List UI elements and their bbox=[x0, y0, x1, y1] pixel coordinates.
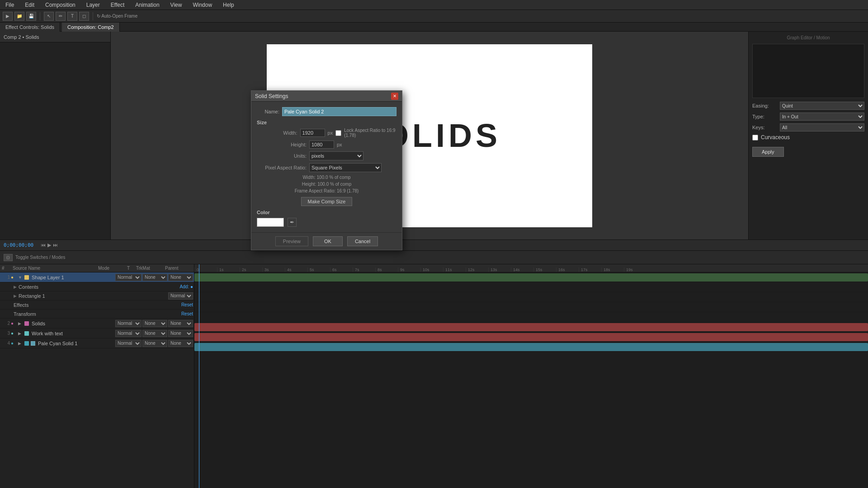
table-row[interactable]: 3 ● ▶ Work with text Normal None None bbox=[0, 328, 194, 338]
toolbar-btn-shape[interactable]: ◻ bbox=[79, 12, 89, 21]
menu-layer[interactable]: Layer bbox=[85, 1, 102, 9]
menu-edit[interactable]: Edit bbox=[23, 1, 36, 9]
timecode-display: 0;00;00;00 bbox=[4, 242, 33, 248]
table-row[interactable]: 4 ● ▶ Pale Cyan Solid 1 Normal None None bbox=[0, 338, 194, 348]
sublayer-rect-mode[interactable]: Normal bbox=[168, 292, 193, 300]
toolbar-btn-open[interactable]: 📁 bbox=[14, 12, 24, 21]
menu-help[interactable]: Help bbox=[221, 1, 236, 9]
reset-btn[interactable]: Reset bbox=[181, 302, 193, 307]
track-4[interactable] bbox=[194, 342, 868, 352]
menu-window[interactable]: Window bbox=[191, 1, 214, 9]
pixel-ar-select[interactable]: Square Pixels bbox=[309, 163, 382, 172]
ok-button[interactable]: OK bbox=[313, 236, 343, 246]
name-input[interactable] bbox=[282, 107, 396, 116]
easing-select[interactable]: Quint bbox=[780, 102, 864, 110]
toolbar-btn-pen[interactable]: ✏ bbox=[56, 12, 66, 21]
layer-trkmat-1[interactable]: None bbox=[142, 274, 167, 281]
height-unit: px bbox=[337, 142, 342, 147]
toolbar-btn-select[interactable]: ↖ bbox=[44, 12, 54, 21]
height-input[interactable] bbox=[309, 141, 334, 149]
layer-parent-3[interactable]: None bbox=[168, 330, 193, 337]
toolbar-btn-new[interactable]: ▶ bbox=[3, 12, 13, 21]
transport-prev[interactable]: ⏮ bbox=[41, 242, 46, 248]
layer-num-3: 3 bbox=[1, 331, 10, 336]
width-input[interactable] bbox=[300, 129, 325, 137]
table-row[interactable]: 2 ● ▶ Solids Normal None None bbox=[0, 319, 194, 328]
menu-bar: File Edit Composition Layer Effect Anima… bbox=[0, 0, 868, 10]
layer-trkmat-2[interactable]: None bbox=[142, 320, 167, 327]
layer-vis-2[interactable]: ● bbox=[11, 321, 17, 326]
name-row: Name: bbox=[257, 107, 396, 116]
time-18s: 18s bbox=[601, 267, 624, 272]
sublayer-rectangle: Rectangle 1 bbox=[19, 293, 45, 299]
list-item: Transform Reset bbox=[0, 310, 194, 319]
expand-icon-4[interactable]: ▶ bbox=[18, 341, 24, 346]
keys-select[interactable]: All bbox=[780, 123, 864, 131]
layer-mode-3[interactable]: Normal bbox=[115, 330, 142, 337]
track-transform bbox=[194, 312, 868, 322]
track-3[interactable] bbox=[194, 332, 868, 342]
color-swatch[interactable] bbox=[257, 218, 284, 227]
layer-mode-4[interactable]: Normal bbox=[115, 340, 142, 347]
time-14s: 14s bbox=[511, 267, 533, 272]
time-17s: 17s bbox=[579, 267, 601, 272]
expand-icon-1[interactable]: ▼ bbox=[18, 275, 24, 280]
playhead bbox=[199, 264, 199, 488]
layer-mode-1[interactable]: Normal bbox=[115, 274, 142, 281]
expand-icon-3[interactable]: ▶ bbox=[18, 331, 24, 336]
timeline-controls: ⟨⟩ Toggle Switches / Modes bbox=[0, 251, 868, 264]
layer-trkmat-3[interactable]: None bbox=[142, 330, 167, 337]
toolbar-btn-save[interactable]: 💾 bbox=[26, 12, 36, 21]
type-select[interactable]: In + Out bbox=[780, 113, 864, 121]
add-btn[interactable]: Add: ● bbox=[180, 284, 193, 289]
preview-button[interactable]: Preview bbox=[275, 236, 308, 246]
menu-effect[interactable]: Effect bbox=[109, 1, 126, 9]
toggle-switches-btn[interactable]: ⟨⟩ bbox=[4, 254, 13, 261]
layer-vis-4[interactable]: ● bbox=[11, 341, 17, 346]
expand-icon-2[interactable]: ▶ bbox=[18, 321, 24, 326]
layer-vis-1[interactable]: ● bbox=[11, 275, 17, 280]
time-ruler: 0 1s 2s 3s 4s 5s 6s 7s 8s 9s 10s 11s 12s… bbox=[194, 264, 868, 272]
reset-transform-btn[interactable]: Reset bbox=[181, 311, 193, 316]
time-8s: 8s bbox=[375, 267, 398, 272]
track-2[interactable] bbox=[194, 322, 868, 332]
transport-play[interactable]: ▶ bbox=[47, 242, 51, 248]
tab-composition[interactable]: Composition: Comp2 bbox=[62, 23, 120, 32]
units-select[interactable]: pixels bbox=[309, 151, 363, 160]
track-rectangle bbox=[194, 292, 868, 302]
eyedropper-button[interactable]: ✒ bbox=[288, 218, 297, 227]
menu-composition[interactable]: Composition bbox=[43, 1, 77, 9]
right-panel: Graph Editor / Motion Easing: Quint Type… bbox=[748, 32, 868, 239]
apply-button[interactable]: Apply bbox=[752, 147, 784, 157]
toolbar-btn-text[interactable]: T bbox=[67, 12, 77, 21]
menu-view[interactable]: View bbox=[169, 1, 184, 9]
layers-panel: # Source Name Mode T TrkMat Parent 1 ● ▼… bbox=[0, 264, 868, 488]
track-1[interactable] bbox=[194, 272, 868, 282]
track-bar-3 bbox=[194, 333, 868, 341]
curvaceous-checkbox[interactable] bbox=[752, 135, 758, 141]
layer-vis-3[interactable]: ● bbox=[11, 331, 17, 336]
tab-effect-controls[interactable]: Effect Controls: Solids bbox=[0, 23, 60, 32]
menu-file[interactable]: File bbox=[4, 1, 16, 9]
dialog-close-button[interactable]: ✕ bbox=[391, 93, 398, 100]
layer-mode-2[interactable]: Normal bbox=[115, 320, 142, 327]
solid-settings-dialog: Solid Settings ✕ Name: Size Width: px Lo… bbox=[251, 90, 402, 250]
layer-name-3: Work with text bbox=[31, 331, 114, 336]
cancel-button[interactable]: Cancel bbox=[347, 236, 378, 246]
time-1s: 1s bbox=[217, 267, 240, 272]
solid-color-4 bbox=[31, 341, 35, 346]
time-13s: 13s bbox=[488, 267, 511, 272]
layer-parent-4[interactable]: None bbox=[168, 340, 193, 347]
color-section: Color ✒ bbox=[257, 210, 396, 227]
lock-aspect-checkbox[interactable] bbox=[335, 130, 341, 136]
make-comp-size-button[interactable]: Make Comp Size bbox=[301, 197, 353, 206]
table-row[interactable]: 1 ● ▼ Shape Layer 1 Normal None None bbox=[0, 272, 194, 282]
transport-next[interactable]: ⏭ bbox=[53, 242, 58, 248]
layer-parent-1[interactable]: None bbox=[168, 274, 193, 281]
time-3s: 3s bbox=[262, 267, 285, 272]
layer-trkmat-4[interactable]: None bbox=[142, 340, 167, 347]
menu-animation[interactable]: Animation bbox=[133, 1, 161, 9]
layer-parent-2[interactable]: None bbox=[168, 320, 193, 327]
width-label: Width: bbox=[257, 130, 297, 136]
width-unit: px bbox=[328, 130, 333, 136]
